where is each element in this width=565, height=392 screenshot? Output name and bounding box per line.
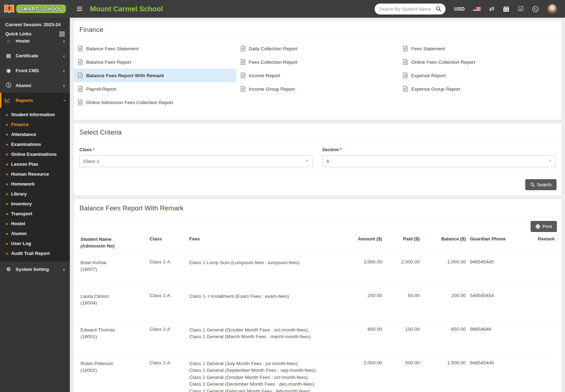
- finance-link-online-fees-collection-report[interactable]: Online Fees Collection Report: [399, 55, 561, 69]
- finance-link-income-report[interactable]: Income Report: [236, 69, 399, 82]
- sidebar-item-label: Alumni: [16, 83, 60, 88]
- sidebar-item-student-information[interactable]: »Student Information: [0, 109, 70, 119]
- sidebar-item-alumni[interactable]: ⓘ Alumni ‹: [0, 78, 70, 93]
- finance-link-balance-fees-report[interactable]: Balance Fees Report: [74, 55, 236, 69]
- sidebar-item-examinations[interactable]: »Examinations: [0, 139, 70, 149]
- required-marker: *: [340, 147, 342, 152]
- sidebar-item-homework[interactable]: »Homework: [0, 179, 70, 189]
- sidebar-item-inventory[interactable]: »Inventory: [0, 199, 70, 209]
- finance-link-fees-collection-report[interactable]: Fees Collection Report: [236, 55, 399, 69]
- sidebar-item-label: Inventory: [11, 201, 32, 206]
- finance-link-balance-fees-report-with-remark[interactable]: Balance Fees Report With Remark: [74, 69, 236, 82]
- cell-fees: Class 1 General (July Month Fees : jul-m…: [187, 355, 342, 392]
- sidebar-item-system-setting[interactable]: ⚙ System Setting ‹: [0, 262, 70, 277]
- finance-link-income-group-report[interactable]: Income Group Report: [236, 82, 399, 96]
- cell-guardian-phone: 946545445: [468, 355, 510, 392]
- grid-icon[interactable]: [60, 32, 65, 36]
- finance-link-fees-statement[interactable]: Fees Statement: [399, 42, 561, 55]
- search-icon[interactable]: [436, 6, 441, 12]
- finance-link-expense-report[interactable]: Expense Report: [399, 69, 561, 82]
- front-cms-icon: ◉: [5, 68, 12, 73]
- document-icon: [403, 59, 408, 65]
- double-chevron-icon: »: [6, 191, 8, 197]
- finance-link-balance-fees-statement[interactable]: Balance Fees Statement: [74, 42, 236, 55]
- double-chevron-icon: »: [6, 251, 8, 256]
- finance-link-label: Online Fees Collection Report: [411, 59, 475, 65]
- sidebar-item-human-resource[interactable]: »Human Resource: [0, 169, 70, 179]
- quick-links[interactable]: Quick Links: [5, 31, 65, 36]
- cell-fees: Class 1 General (October Month Fees : oc…: [187, 321, 342, 355]
- session-switch-icon[interactable]: ⇄: [489, 6, 494, 12]
- language-flag-icon[interactable]: [473, 7, 481, 11]
- reports-submenu: »Student Information »Finance »Attendanc…: [0, 108, 70, 262]
- double-chevron-icon: »: [6, 152, 8, 157]
- col-header-student-name: Student Name (Admission No): [78, 233, 147, 254]
- finance-link-online-admission-fees-collection-report[interactable]: Online Admission Fees Collection Report: [74, 96, 236, 109]
- sidebar-item-hostel-report[interactable]: »Hostel: [0, 218, 70, 228]
- cell-class: Class 1-A: [147, 288, 187, 321]
- gear-icon: ⚙: [5, 266, 12, 272]
- cell-paid: 500.00: [384, 355, 422, 392]
- class-select[interactable]: Class 1: [79, 155, 313, 167]
- sidebar-item-alumni-report[interactable]: »Alumni: [0, 228, 70, 238]
- finance-link-label: Balance Fees Report: [86, 59, 131, 65]
- sidebar-item-label: Transport: [11, 211, 32, 216]
- chevron-left-icon: ‹: [63, 68, 65, 73]
- sidebar-item-hostel[interactable]: ⌂ Hostel ‹: [0, 40, 70, 48]
- finance-link-payroll-report[interactable]: Payroll Report: [74, 82, 236, 96]
- whatsapp-icon[interactable]: [532, 6, 539, 12]
- sidebar-item-audit-trail-report[interactable]: »Audit Trail Report: [0, 248, 70, 258]
- finance-link-label: Fees Statement: [411, 46, 445, 51]
- document-icon: [78, 100, 83, 105]
- sidebar-item-front-cms[interactable]: ◉ Front CMS ‹: [0, 63, 70, 78]
- menu-toggle-button[interactable]: [75, 5, 84, 12]
- document-icon: [403, 86, 408, 92]
- search-input[interactable]: [379, 6, 433, 12]
- cell-remark: [510, 355, 557, 392]
- chevron-left-icon: ‹: [63, 267, 65, 272]
- sidebar-item-transport[interactable]: »Transport: [0, 209, 70, 218]
- currency-selector[interactable]: USD: [454, 6, 465, 12]
- sidebar-item-label: Reports: [16, 98, 60, 103]
- double-chevron-icon: »: [6, 132, 8, 137]
- sidebar-item-label: Library: [11, 191, 27, 197]
- search-button[interactable]: Search: [525, 179, 556, 190]
- search-button-label: Search: [537, 182, 552, 187]
- finance-link-expense-group-report[interactable]: Expense Group Report: [399, 82, 561, 96]
- table-header-row: Student Name (Admission No) Class Fees A…: [78, 233, 557, 254]
- sidebar-item-reports[interactable]: Reports ‹: [0, 93, 70, 108]
- class-label: Class*: [79, 147, 313, 152]
- sidebar-item-finance[interactable]: »Finance: [0, 119, 70, 129]
- app-logo[interactable]: SMART SCHOOL: [0, 0, 70, 18]
- task-check-icon[interactable]: ☑: [518, 6, 524, 12]
- cell-guardian-phone: 544545454: [468, 288, 510, 321]
- calendar-icon[interactable]: [503, 6, 509, 12]
- user-avatar[interactable]: [547, 4, 557, 14]
- cell-remark: [510, 254, 557, 288]
- criteria-heading: Select Criteria: [74, 123, 561, 141]
- document-icon: [78, 59, 83, 65]
- sidebar-item-label: Alumni: [11, 231, 27, 236]
- sidebar-item-lesson-plan[interactable]: »Lesson Plan: [0, 159, 70, 169]
- finance-link-label: Expense Group Report: [411, 86, 460, 92]
- document-icon: [241, 46, 245, 51]
- finance-link-daily-collection-report[interactable]: Daily Collection Report: [236, 42, 399, 55]
- double-chevron-icon: »: [6, 181, 8, 187]
- table-row: Robin Peterson (18002) Class 1-A Class 1…: [78, 355, 557, 392]
- cell-remark: [510, 288, 557, 321]
- student-search-box[interactable]: [375, 4, 446, 15]
- print-button[interactable]: Print: [531, 221, 557, 232]
- sidebar-item-certificate[interactable]: ▤ Certificate ‹: [0, 48, 70, 63]
- cell-balance: 1,000.00: [422, 254, 468, 288]
- sidebar-item-online-examinations[interactable]: »Online Examinations: [0, 149, 70, 159]
- book-logo-icon: [4, 4, 15, 14]
- main-content: Finance Balance Fees Statement Balance F…: [70, 18, 565, 392]
- sidebar-item-attendance[interactable]: »Attendance: [0, 129, 70, 139]
- document-icon: [78, 73, 83, 78]
- sidebar-item-user-log[interactable]: »User Log: [0, 238, 70, 248]
- section-select[interactable]: A: [322, 155, 556, 167]
- school-title: Mount Carmel School: [90, 5, 163, 13]
- col-header-fees: Fees: [187, 233, 342, 254]
- sidebar-item-library[interactable]: »Library: [0, 189, 70, 199]
- col-header-paid: Paid ($): [384, 233, 422, 254]
